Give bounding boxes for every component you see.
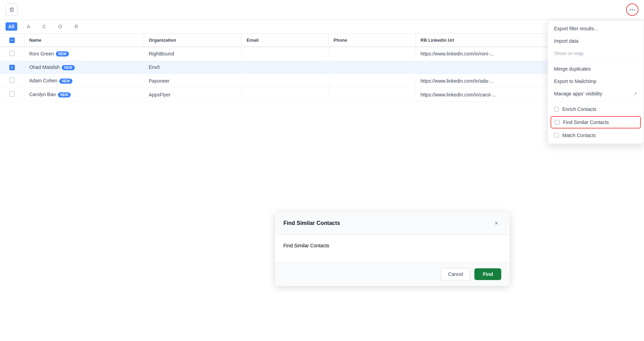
find-similar-modal: Find Similar Contacts × Find Similar Con… (275, 212, 510, 286)
enrich-contacts-label: Enrich Contacts (562, 106, 596, 112)
dropdown-item-enrich-contacts[interactable]: Enrich Contacts (548, 103, 644, 115)
dropdown-item-manage-apps[interactable]: Manage apps' visibility ↗ (548, 87, 644, 100)
row-checkbox-cell[interactable] (0, 88, 24, 102)
filter-tab-c[interactable]: C (40, 22, 49, 31)
dropdown-item-merge-duplicates[interactable]: Merge duplicates (548, 63, 644, 75)
contact-name: Roni Green (29, 51, 54, 56)
dropdown-item-find-similar[interactable]: Find Similar Contacts (551, 116, 641, 128)
find-similar-checkbox-icon (555, 120, 560, 125)
show-on-map-label: Show on map (554, 51, 584, 56)
modal-find-button[interactable]: Find (474, 268, 501, 280)
enrich-contacts-checkbox-icon (554, 107, 559, 112)
dropdown-item-import-data[interactable]: Import data (548, 35, 644, 47)
row-org-cell: RightBound (144, 47, 242, 61)
row-phone-cell (329, 61, 415, 74)
col-header-org: Organization (144, 34, 242, 47)
dropdown-item-export-mailchimp[interactable]: Export to Mailchimp (548, 75, 644, 87)
row-org-cell: Payoneer (144, 74, 242, 88)
modal-body-text: Find Similar Contacts (283, 243, 329, 248)
row-name-cell: Roni GreenNEW (24, 47, 144, 61)
trash-button[interactable] (6, 3, 18, 16)
row-checkbox[interactable] (9, 78, 15, 83)
modal-body: Find Similar Contacts (275, 235, 510, 262)
row-name-cell: Carolyn BaoNEW (24, 88, 144, 102)
toolbar: ⋯ (0, 0, 644, 20)
dropdown-menu: Export filter results... Import data Sho… (547, 20, 644, 144)
dropdown-divider-1 (548, 61, 644, 61)
manage-apps-label: Manage apps' visibility (554, 91, 602, 96)
row-email-cell (242, 61, 329, 74)
filter-tab-all[interactable]: All (6, 22, 17, 31)
merge-duplicates-label: Merge duplicates (554, 66, 591, 72)
row-phone-cell (329, 88, 415, 102)
filter-tab-a[interactable]: A (24, 22, 33, 31)
col-header-name: Name (24, 34, 144, 47)
new-badge: NEW (59, 79, 72, 84)
more-options-button[interactable]: ⋯ (626, 3, 638, 16)
match-contacts-label: Match Contacts (562, 133, 596, 138)
modal-close-button[interactable]: × (492, 218, 501, 228)
row-org-cell: Env0 (144, 61, 242, 74)
row-checkbox-cell[interactable] (0, 61, 24, 74)
row-email-cell (242, 47, 329, 61)
col-header-email: Email (242, 34, 329, 47)
col-header-phone: Phone (329, 34, 415, 47)
import-data-label: Import data (554, 38, 578, 44)
row-checkbox-cell[interactable] (0, 47, 24, 61)
filter-tab-r[interactable]: R (72, 22, 81, 31)
toolbar-left (6, 3, 18, 16)
modal-cancel-button[interactable]: Cancel (441, 268, 471, 280)
row-org-cell: AppsFlyer (144, 88, 242, 102)
export-filter-label: Export filter results... (554, 26, 598, 31)
new-badge: NEW (58, 92, 71, 97)
dropdown-divider-2 (548, 101, 644, 102)
modal-header: Find Similar Contacts × (275, 212, 510, 235)
row-checkbox[interactable] (9, 51, 15, 56)
contact-name: Carolyn Bao (29, 92, 56, 97)
match-contacts-checkbox-icon (554, 133, 559, 138)
row-name-cell: Adam CohenNEW (24, 74, 144, 88)
row-phone-cell (329, 74, 415, 88)
modal-footer: Cancel Find (275, 262, 510, 286)
filter-tab-o[interactable]: O (56, 22, 65, 31)
dropdown-item-match-contacts[interactable]: Match Contacts (548, 129, 644, 142)
dropdown-item-export-filter[interactable]: Export filter results... (548, 22, 644, 35)
row-checkbox-cell[interactable] (0, 74, 24, 88)
export-mailchimp-label: Export to Mailchimp (554, 79, 596, 84)
new-badge: NEW (62, 65, 74, 70)
select-all-header[interactable] (0, 34, 24, 47)
row-checkbox[interactable] (9, 65, 15, 70)
modal-title: Find Similar Contacts (283, 220, 340, 226)
row-email-cell (242, 88, 329, 102)
contact-name: Ohad Maislish (29, 64, 60, 70)
row-email-cell (242, 74, 329, 88)
row-name-cell: Ohad MaislishNEW (24, 61, 144, 74)
find-similar-label: Find Similar Contacts (563, 120, 609, 125)
new-badge: NEW (56, 51, 69, 56)
row-phone-cell (329, 47, 415, 61)
row-checkbox[interactable] (9, 91, 15, 97)
dropdown-item-show-on-map: Show on map (548, 47, 644, 60)
contact-name: Adam Cohen (29, 78, 58, 83)
manage-apps-arrow-icon: ↗ (633, 91, 637, 96)
